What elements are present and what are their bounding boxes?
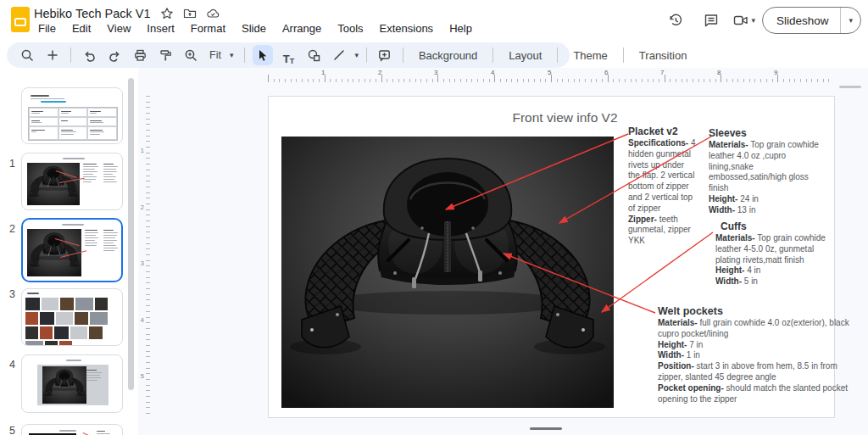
- annotation-sleeves[interactable]: Sleeves Materials- Top grain cowhide lea…: [709, 127, 821, 216]
- menu-slide[interactable]: Slide: [237, 21, 270, 36]
- meet-caret-icon[interactable]: ▾: [751, 17, 755, 25]
- star-icon[interactable]: [160, 7, 174, 20]
- filmstrip-scrollbar[interactable]: [128, 78, 134, 390]
- slide-thumbnail-1[interactable]: [21, 87, 123, 144]
- slide-thumbnail-4[interactable]: [21, 288, 123, 346]
- hruler-number: 1: [321, 69, 325, 76]
- comments-icon[interactable]: [697, 6, 726, 35]
- slide-number-2: 2: [0, 223, 15, 235]
- horizontal-ruler[interactable]: 1 2 3 4 5 6 7 8 9: [268, 71, 834, 82]
- edit-toolbar: Fit ▾ TT ▾ Background Layout Theme Trans…: [7, 42, 570, 68]
- background-button[interactable]: Background: [411, 49, 485, 62]
- slide-number-1: 1: [0, 158, 15, 170]
- welt-height-text: 7 in: [689, 340, 703, 349]
- annotation-placket[interactable]: Placket v2 Specifications- 4 hidden gunm…: [628, 125, 696, 247]
- theme-button[interactable]: Theme: [565, 49, 615, 62]
- sleeves-height-label: Height-: [709, 194, 737, 204]
- slideshow-caret-icon: ▾: [849, 17, 853, 25]
- hruler-number: 6: [604, 69, 608, 76]
- line-tool[interactable]: [329, 45, 349, 65]
- hruler-number: 5: [548, 69, 551, 76]
- slide-thumbnail-2[interactable]: [21, 153, 123, 210]
- welt-opening-label: Pocket opening-: [658, 383, 724, 393]
- cuffs-height-label: Height-: [715, 265, 744, 275]
- move-folder-icon[interactable]: [183, 7, 197, 20]
- menu-arrange[interactable]: Arrange: [278, 21, 326, 36]
- slide-title[interactable]: Front view info V2: [282, 110, 848, 125]
- annotation-cuffs[interactable]: Cuffs Materials- Top grain cowhide leath…: [715, 220, 834, 287]
- slide-number-5: 5: [0, 425, 15, 435]
- zoom-fit-select[interactable]: Fit ▾: [206, 49, 236, 61]
- slide-thumbnail-5[interactable]: [21, 354, 123, 413]
- annotation-welt-pockets[interactable]: Welt pockets Materials- full grain cowhi…: [658, 305, 854, 404]
- redo-icon[interactable]: [104, 45, 125, 65]
- slide-canvas[interactable]: Front view info V2 Placket v2 Specificat…: [268, 96, 835, 418]
- cuffs-height-text: 4 in: [747, 265, 760, 275]
- shape-tool[interactable]: [303, 45, 324, 65]
- menu-insert[interactable]: Insert: [142, 21, 179, 36]
- menu-file[interactable]: File: [34, 21, 60, 36]
- slide-filmstrip: 1 2 3 4 5 6: [0, 68, 138, 435]
- transition-button[interactable]: Transition: [632, 49, 695, 62]
- menu-bar: File Edit View Insert Format Slide Arran…: [34, 21, 476, 36]
- undo-icon[interactable]: [79, 45, 99, 65]
- jacket-front-photo[interactable]: [281, 137, 614, 408]
- textbox-glyph-small: T: [290, 57, 295, 65]
- new-slide-icon[interactable]: [42, 45, 63, 65]
- hruler-number: 8: [717, 69, 721, 76]
- hruler-number: 7: [660, 69, 664, 76]
- vertical-ruler[interactable]: [146, 96, 150, 416]
- sleeves-width-label: Width-: [709, 205, 735, 215]
- slide-thumbnail-3-selected[interactable]: [21, 218, 123, 282]
- version-history-icon[interactable]: [661, 6, 690, 35]
- menu-view[interactable]: View: [103, 21, 135, 36]
- slides-logo-icon: [11, 7, 30, 32]
- welt-height-label: Height-: [658, 340, 687, 349]
- hruler-number: 9: [774, 69, 777, 76]
- select-tool[interactable]: [253, 45, 273, 65]
- slide-thumbnail-6[interactable]: [21, 424, 123, 435]
- menu-extensions[interactable]: Extensions: [376, 21, 438, 36]
- placket-spec-text: 4 hidden gunmetal rivets up under the fl…: [628, 138, 695, 213]
- welt-position-label: Position-: [658, 361, 694, 371]
- placket-zipper-label: Zipper-: [628, 215, 657, 224]
- paint-format-icon[interactable]: [155, 45, 175, 65]
- print-icon[interactable]: [130, 45, 150, 65]
- sleeves-heading: Sleeves: [709, 127, 821, 139]
- sleeves-height-text: 24 in: [740, 194, 759, 204]
- fit-caret-icon: ▾: [230, 52, 234, 59]
- hruler-number: 2: [378, 69, 381, 76]
- hruler-number: 3: [434, 69, 437, 76]
- menu-format[interactable]: Format: [186, 21, 230, 36]
- notes-divider-handle[interactable]: [530, 427, 562, 430]
- search-menus-icon[interactable]: [17, 45, 37, 65]
- cuffs-heading: Cuffs: [721, 220, 834, 232]
- meet-button[interactable]: ▾: [732, 12, 755, 29]
- slide-number-4: 4: [0, 359, 15, 371]
- cloud-saved-icon: [206, 7, 220, 20]
- app-header: Hebiko Tech Pack V1 File Edit View Inser…: [0, 0, 868, 41]
- cuffs-width-label: Width-: [715, 276, 742, 286]
- slideshow-button[interactable]: Slideshow: [763, 8, 841, 33]
- welt-heading: Welt pockets: [658, 305, 854, 317]
- welt-materials-label: Materials-: [658, 318, 698, 327]
- menu-help[interactable]: Help: [445, 21, 476, 36]
- slides-logo[interactable]: [11, 7, 30, 32]
- text-box-tool[interactable]: TT: [278, 45, 298, 65]
- document-title[interactable]: Hebiko Tech Pack V1: [34, 7, 151, 20]
- placket-heading: Placket v2: [628, 125, 696, 137]
- slideshow-dropdown[interactable]: ▾: [840, 8, 860, 33]
- line-tool-caret-icon[interactable]: ▾: [354, 52, 359, 59]
- slide-number-3: 3: [0, 288, 15, 300]
- zoom-icon[interactable]: [181, 45, 201, 65]
- insert-comment-icon[interactable]: [375, 45, 395, 65]
- sleeves-materials-label: Materials-: [709, 140, 748, 149]
- canvas-scrollbar[interactable]: [839, 86, 861, 88]
- layout-button[interactable]: Layout: [501, 49, 549, 62]
- menu-tools[interactable]: Tools: [333, 21, 367, 36]
- slideshow-split-button: Slideshow ▾: [762, 7, 861, 34]
- hruler-number: 4: [491, 69, 494, 76]
- zoom-fit-label: Fit: [209, 49, 221, 61]
- video-camera-icon: [732, 12, 749, 29]
- menu-edit[interactable]: Edit: [68, 21, 95, 36]
